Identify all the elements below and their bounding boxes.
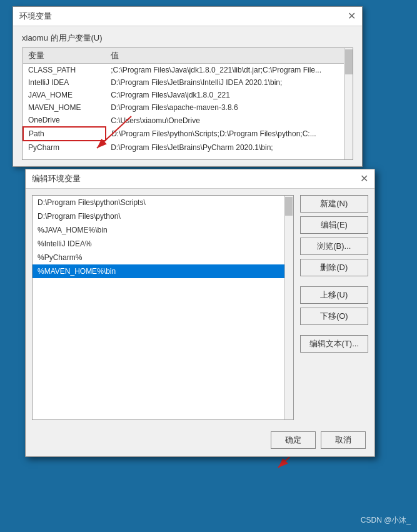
ok-button[interactable]: 确定 [271, 431, 316, 449]
user-var-table: 变量 值 CLASS_PATH;C:\Program Files\Java\jd… [23, 48, 353, 154]
table-row[interactable]: OneDriveC:\Users\xiaomu\OneDrive [23, 114, 353, 127]
table-row[interactable]: CLASS_PATH;C:\Program Files\Java\jdk1.8.… [23, 64, 353, 77]
var-name-cell: JAVA_HOME [23, 89, 106, 101]
table-row[interactable]: PathD:\Program Files\python\Scripts;D:\P… [23, 127, 353, 141]
edit-text-button[interactable]: 编辑文本(T)... [300, 335, 368, 353]
path-list: D:\Program Files\python\Scripts\D:\Progr… [33, 196, 293, 278]
var-value-cell: ;C:\Program Files\Java\jdk1.8.0_221\lib\… [106, 64, 353, 77]
path-scrollbar-thumb [285, 197, 293, 216]
scrollbar-thumb [345, 49, 353, 74]
watermark: CSDN @小沐_ [361, 515, 411, 526]
edit-dialog-footer: 确定 取消 [26, 426, 374, 456]
table-scrollbar[interactable] [344, 48, 353, 159]
table-header-row: 变量 值 [23, 48, 353, 64]
edit-dialog-titlebar: 编辑环境变量 ✕ [26, 169, 374, 189]
cancel-button[interactable]: 取消 [321, 431, 366, 449]
var-name-cell: CLASS_PATH [23, 64, 106, 77]
path-list-item[interactable]: %IntelliJ IDEA% [33, 237, 293, 251]
edit-dialog-close-button[interactable]: ✕ [360, 174, 368, 184]
var-value-cell: D:\Program Files\apache-maven-3.8.6 [106, 101, 353, 114]
var-value-cell: D:\Program Files\python\Scripts;D:\Progr… [106, 127, 353, 141]
edit-env-dialog: 编辑环境变量 ✕ D:\Program Files\python\Scripts… [25, 169, 375, 457]
table-row[interactable]: PyCharmD:\Program Files\JetBrains\PyChar… [23, 141, 353, 154]
var-value-cell: C:\Program Files\Java\jdk1.8.0_221 [106, 89, 353, 101]
var-value-cell: C:\Users\xiaomu\OneDrive [106, 114, 353, 127]
path-list-item[interactable]: %MAVEN_HOME%\bin [33, 264, 293, 278]
table-row[interactable]: JAVA_HOMEC:\Program Files\Java\jdk1.8.0_… [23, 89, 353, 101]
edit-dialog-title: 编辑环境变量 [32, 173, 81, 184]
col-header-name: 变量 [23, 48, 106, 64]
var-name-cell: IntelliJ IDEA [23, 76, 106, 89]
path-list-container: D:\Program Files\python\Scripts\D:\Progr… [32, 195, 294, 420]
var-name-cell: OneDrive [23, 114, 106, 127]
user-var-table-container: 变量 值 CLASS_PATH;C:\Program Files\Java\jd… [22, 48, 353, 160]
edit-path-button[interactable]: 编辑(E) [300, 216, 368, 234]
env-dialog-body: xiaomu 的用户变量(U) 变量 值 CLASS_PATH;C:\Progr… [13, 26, 362, 166]
var-name-cell: PyCharm [23, 141, 106, 154]
var-name-cell: MAVEN_HOME [23, 101, 106, 114]
new-path-button[interactable]: 新建(N) [300, 195, 368, 213]
path-list-item[interactable]: %PyCharm% [33, 251, 293, 264]
path-list-item[interactable]: %JAVA_HOME%\bin [33, 223, 293, 237]
path-list-item[interactable]: D:\Program Files\python\Scripts\ [33, 196, 293, 209]
var-value-cell: D:\Program Files\JetBrains\IntelliJ IDEA… [106, 76, 353, 89]
env-dialog-titlebar: 环境变量 ✕ [13, 7, 362, 26]
edit-dialog-body: D:\Program Files\python\Scripts\D:\Progr… [26, 189, 374, 426]
delete-path-button[interactable]: 删除(D) [300, 259, 368, 276]
path-list-scrollbar[interactable] [284, 196, 293, 419]
edit-buttons-panel: 新建(N) 编辑(E) 浏览(B)... 删除(D) 上移(U) 下移(O) 编… [300, 195, 368, 420]
user-section-label: xiaomu 的用户变量(U) [22, 33, 353, 44]
table-row[interactable]: MAVEN_HOMED:\Program Files\apache-maven-… [23, 101, 353, 114]
var-value-cell: D:\Program Files\JetBrains\PyCharm 2020.… [106, 141, 353, 154]
env-dialog-title: 环境变量 [19, 11, 52, 22]
browse-button[interactable]: 浏览(B)... [300, 238, 368, 255]
env-variables-dialog: 环境变量 ✕ xiaomu 的用户变量(U) 变量 值 CLASS_PATH;C… [13, 6, 363, 167]
env-dialog-close-button[interactable]: ✕ [348, 11, 356, 21]
path-list-item[interactable]: D:\Program Files\python\ [33, 209, 293, 223]
move-down-button[interactable]: 下移(O) [300, 308, 368, 325]
table-row[interactable]: IntelliJ IDEAD:\Program Files\JetBrains\… [23, 76, 353, 89]
move-up-button[interactable]: 上移(U) [300, 286, 368, 304]
var-name-cell: Path [23, 127, 106, 141]
col-header-value: 值 [106, 48, 353, 64]
